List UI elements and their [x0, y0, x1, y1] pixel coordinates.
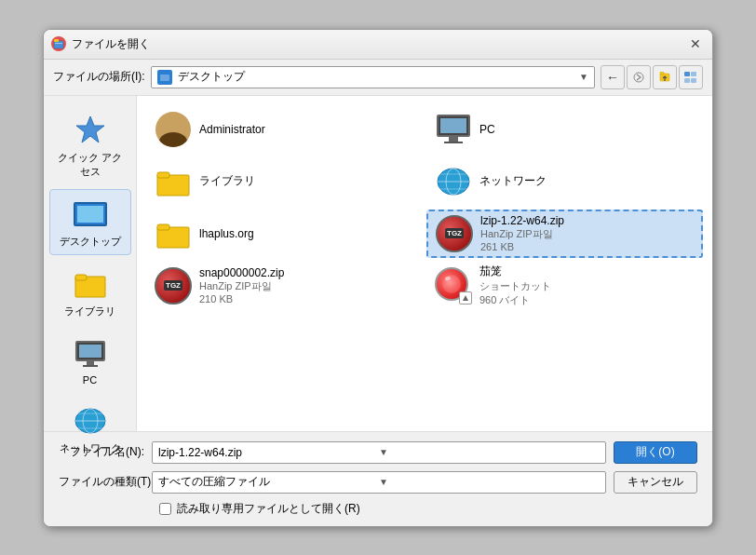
svg-rect-8 [684, 72, 690, 76]
filename-value: lzip-1.22-w64.zip [158, 446, 379, 459]
network-file-icon [435, 163, 472, 200]
up-button[interactable] [653, 65, 677, 89]
filename-label: ファイル名(N): [59, 444, 152, 460]
open-file-dialog: ファイルを開く ✕ ファイルの場所(I): デスクトップ ▼ デスクトップ ← [43, 29, 713, 527]
file-item-administrator[interactable]: Administrator [146, 105, 423, 154]
sidebar-item-label: PC [83, 374, 97, 386]
filename-input-wrap: lzip-1.22-w64.zip ▼ 開く(O) [152, 441, 697, 464]
sidebar-item-label: デスクトップ [60, 235, 121, 249]
filetype-label: ファイルの種類(T): [59, 474, 152, 490]
lhaplus-icon [155, 215, 192, 252]
views-button[interactable] [679, 65, 703, 89]
file-item-info: PC [479, 123, 495, 136]
svg-rect-14 [75, 275, 87, 280]
file-item-sub2: 261 KB [480, 241, 564, 252]
pc-icon [72, 335, 109, 372]
readonly-label[interactable]: 読み取り専用ファイルとして開く(R) [177, 501, 360, 517]
forward-button[interactable] [627, 65, 651, 89]
file-item-sub1: HanZip ZIP파일 [480, 227, 564, 241]
close-button[interactable]: ✕ [686, 34, 705, 53]
file-item-lzip[interactable]: TGZ lzip-1.22-w64.zip HanZip ZIP파일 261 K… [426, 210, 703, 258]
network-icon [72, 402, 109, 440]
file-item-sub2: 210 KB [199, 293, 284, 305]
file-item-info: 茄笼 ショートカット 960 バイト [479, 264, 551, 307]
file-item-info: snap0000002.zip HanZip ZIP파일 210 KB [199, 266, 284, 305]
file-item-snap[interactable]: TGZ snap0000002.zip HanZip ZIP파일 210 KB [146, 262, 423, 310]
administrator-icon [155, 111, 192, 148]
file-pane: Administrator PC [137, 96, 712, 431]
filetype-combo[interactable]: すべての圧縮ファイル ▼ [152, 471, 606, 494]
desktop-icon [72, 196, 109, 233]
svg-marker-12 [76, 116, 104, 142]
file-item-pc[interactable]: PC [426, 105, 703, 154]
filetype-value: すべての圧縮ファイル [158, 474, 379, 490]
file-item-tomato[interactable]: 茄笼 ショートカット 960 バイト [426, 262, 703, 310]
filetype-input-wrap: すべての圧縮ファイル ▼ キャンセル [152, 471, 697, 494]
snap-icon: TGZ [155, 267, 192, 305]
library-file-icon [155, 163, 192, 200]
lzip-icon: TGZ [436, 215, 473, 252]
file-item-info: lhaplus.org [199, 227, 254, 240]
file-item-info: Administrator [199, 123, 265, 136]
svg-rect-11 [691, 78, 696, 83]
location-toolbar: ファイルの場所(I): デスクトップ ▼ デスクトップ ← [44, 60, 712, 96]
quick-access-icon [72, 112, 109, 149]
svg-rect-7 [660, 72, 664, 74]
svg-rect-21 [157, 172, 169, 178]
file-item-info: lzip-1.22-w64.zip HanZip ZIP파일 261 KB [480, 214, 564, 252]
sidebar-item-label: クイック アクセス [54, 151, 127, 179]
filename-combo-arrow: ▼ [379, 447, 600, 457]
cancel-button[interactable]: キャンセル [614, 471, 697, 494]
file-item-name: lhaplus.org [199, 227, 254, 240]
sidebar-item-label: ライブラリ [64, 305, 115, 318]
file-item-name: lzip-1.22-w64.zip [480, 214, 564, 227]
filetype-row: ファイルの種類(T): すべての圧縮ファイル ▼ キャンセル [59, 471, 697, 494]
file-item-name: ライブラリ [199, 173, 255, 189]
sidebar-item-quick-access[interactable]: クイック アクセス [49, 105, 131, 185]
content-area: クイック アクセス デスクトップ ライブラ [44, 96, 712, 431]
file-item-lhaplus[interactable]: lhaplus.org [146, 210, 423, 258]
sidebar: クイック アクセス デスクトップ ライブラ [44, 96, 137, 431]
svg-rect-28 [157, 224, 169, 230]
file-item-name: 茄笼 [479, 264, 551, 279]
svg-rect-0 [54, 41, 63, 48]
back-button[interactable]: ← [601, 65, 625, 89]
nav-buttons: ← [601, 65, 703, 89]
file-item-info: ネットワーク [479, 173, 547, 189]
title-bar: ファイルを開く ✕ [44, 30, 712, 60]
location-label: ファイルの場所(I): [53, 69, 145, 85]
tomato-icon [435, 267, 472, 305]
library-icon [72, 265, 109, 303]
file-item-name: Administrator [199, 123, 265, 136]
sidebar-item-pc[interactable]: PC [49, 329, 131, 392]
svg-rect-2 [55, 43, 62, 44]
sidebar-item-desktop[interactable]: デスクトップ [49, 189, 131, 255]
file-item-name: ネットワーク [479, 173, 547, 189]
sidebar-item-library[interactable]: ライブラリ [49, 259, 131, 325]
dialog-title: ファイルを開く [72, 36, 686, 52]
bottom-form: ファイル名(N): lzip-1.22-w64.zip ▼ 開く(O) ファイル… [44, 431, 712, 526]
filename-row: ファイル名(N): lzip-1.22-w64.zip ▼ 開く(O) [59, 441, 697, 464]
svg-point-5 [634, 73, 643, 82]
readonly-checkbox[interactable] [159, 503, 171, 515]
pc-file-icon [435, 111, 472, 148]
file-item-name: PC [479, 123, 495, 136]
file-item-info: ライブラリ [199, 173, 255, 189]
file-item-sub1: HanZip ZIP파일 [199, 279, 284, 293]
file-item-name: snap0000002.zip [199, 266, 284, 279]
filename-combo[interactable]: lzip-1.22-w64.zip ▼ [152, 441, 606, 464]
dialog-icon [51, 36, 66, 51]
filetype-combo-arrow: ▼ [379, 477, 600, 487]
file-item-sub1: ショートカット [479, 279, 551, 293]
open-button[interactable]: 開く(O) [614, 441, 697, 464]
file-item-library[interactable]: ライブラリ [146, 157, 423, 206]
svg-rect-9 [691, 72, 696, 76]
svg-rect-10 [684, 78, 690, 83]
svg-rect-1 [54, 39, 59, 42]
readonly-row: 読み取り専用ファイルとして開く(R) [159, 501, 697, 517]
location-combo[interactable]: デスクトップ ▼ デスクトップ [151, 66, 595, 88]
file-item-sub2: 960 バイト [479, 293, 551, 307]
file-item-network[interactable]: ネットワーク [426, 157, 703, 206]
